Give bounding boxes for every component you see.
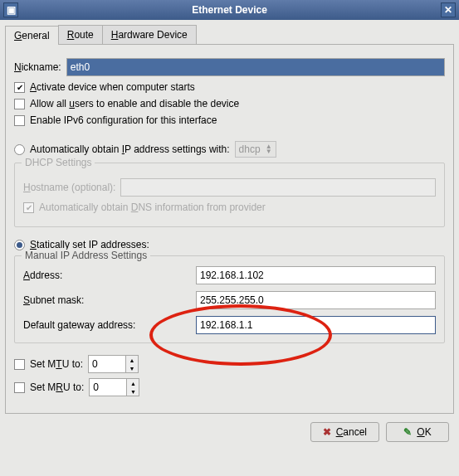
mru-spinner[interactable]: ▲▼ (127, 378, 139, 396)
enable-ipv6-label: Enable IPv6 configuration for this inter… (30, 114, 217, 126)
set-mru-label: Set MRU to: (30, 381, 84, 393)
tab-route[interactable]: Route (58, 25, 103, 44)
static-ip-label: Statically set IP addresses: (30, 239, 149, 250)
enable-ipv6-checkbox[interactable] (14, 115, 25, 126)
auto-dns-checkbox (23, 202, 34, 213)
close-icon[interactable]: ✕ (441, 2, 456, 17)
activate-on-start-label: Activate device when computer starts (30, 81, 195, 93)
static-ip-radio[interactable] (14, 240, 25, 250)
tabs: General Route Hardware Device (5, 25, 454, 45)
manual-frame-title: Manual IP Address Settings (22, 250, 150, 261)
mtu-spinner[interactable]: ▲▼ (126, 355, 139, 373)
mru-input[interactable] (89, 378, 127, 396)
set-mru-checkbox[interactable] (14, 382, 25, 393)
address-input[interactable] (196, 266, 436, 284)
chevron-up-icon[interactable]: ▲ (126, 356, 138, 364)
dhcp-frame-title: DHCP Settings (22, 157, 95, 168)
mtu-input[interactable] (88, 355, 126, 373)
activate-on-start-checkbox[interactable] (14, 82, 25, 93)
allow-all-users-checkbox[interactable] (14, 99, 25, 109)
chevron-down-icon[interactable]: ▼ (127, 387, 139, 396)
chevron-down-icon[interactable]: ▼ (126, 364, 138, 372)
titlebar: ▣ Ethernet Device ✕ (0, 0, 459, 20)
tab-hardware-device[interactable]: Hardware Device (102, 25, 197, 44)
spin-icon: ▲▼ (266, 144, 272, 154)
cancel-button[interactable]: ✖ Cancel (310, 422, 379, 442)
address-label: Address: (23, 270, 189, 281)
subnet-input[interactable] (196, 291, 436, 309)
window-menu-icon[interactable]: ▣ (3, 2, 18, 17)
auto-dns-label: Automatically obtain DNS information fro… (39, 202, 266, 213)
tab-general[interactable]: General (5, 26, 59, 45)
subnet-label: Subnet mask: (23, 294, 189, 306)
ok-icon: ✎ (403, 426, 412, 438)
hostname-input (120, 178, 436, 197)
set-mtu-checkbox[interactable] (14, 359, 25, 370)
gateway-label: Default gateway address: (23, 319, 189, 331)
auto-ip-radio[interactable] (14, 144, 25, 155)
gateway-input[interactable] (196, 316, 436, 334)
nickname-label: Nickname: (14, 61, 61, 73)
ok-button[interactable]: ✎ OK (386, 422, 449, 442)
window-title: Ethernet Device (192, 4, 267, 16)
allow-all-users-label: Allow all users to enable and disable th… (30, 98, 239, 109)
manual-ip-frame: Manual IP Address Settings Address: Subn… (14, 255, 445, 343)
chevron-up-icon[interactable]: ▲ (127, 379, 139, 387)
nickname-input[interactable] (66, 58, 445, 76)
dhcp-combo: dhcp ▲▼ (235, 141, 276, 158)
panel-general: Nickname: Activate device when computer … (5, 45, 454, 414)
cancel-icon: ✖ (323, 426, 331, 438)
set-mtu-label: Set MTU to: (30, 358, 83, 370)
auto-ip-label: Automatically obtain IP address settings… (30, 143, 230, 155)
hostname-label: Hostname (optional): (23, 182, 115, 193)
dhcp-settings-frame: DHCP Settings Hostname (optional): Autom… (14, 163, 445, 227)
